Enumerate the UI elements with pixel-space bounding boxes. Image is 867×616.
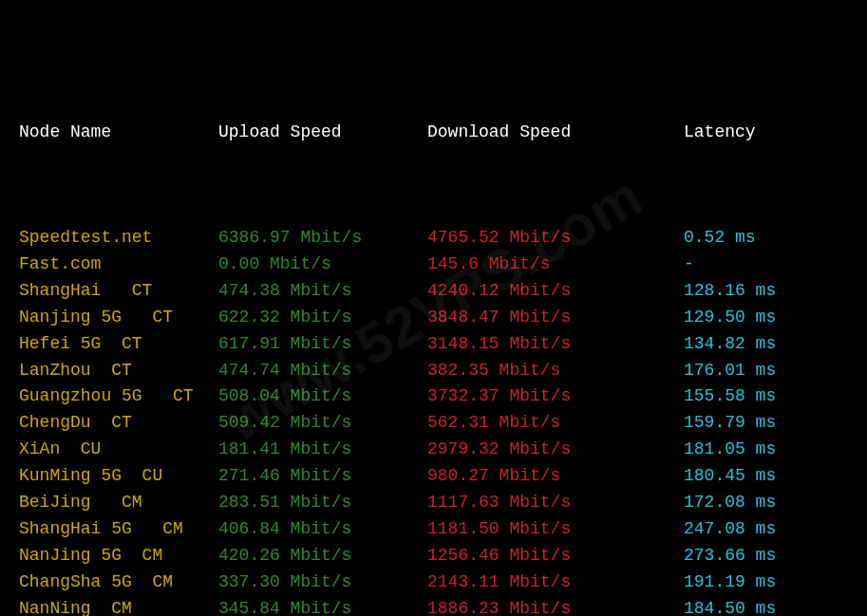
cell-node: ChangSha 5G CM bbox=[19, 569, 218, 596]
table-row: BeiJing CM283.51 Mbit/s1117.63 Mbit/s172… bbox=[19, 490, 848, 516]
cell-download: 3848.47 Mbit/s bbox=[427, 305, 684, 331]
cell-download: 2979.32 Mbit/s bbox=[427, 437, 684, 463]
table-row: Speedtest.net6386.97 Mbit/s4765.52 Mbit/… bbox=[19, 225, 848, 252]
cell-download: 2143.11 Mbit/s bbox=[427, 569, 684, 596]
table-row: XiAn CU181.41 Mbit/s2979.32 Mbit/s181.05… bbox=[19, 437, 848, 463]
cell-upload: 622.32 Mbit/s bbox=[218, 305, 427, 331]
cell-upload: 345.84 Mbit/s bbox=[218, 596, 427, 616]
cell-latency: 129.50 ms bbox=[684, 305, 836, 331]
header-latency: Latency bbox=[684, 120, 836, 146]
cell-upload: 6386.97 Mbit/s bbox=[218, 225, 427, 252]
cell-node: BeiJing CM bbox=[19, 490, 218, 516]
cell-latency: 191.19 ms bbox=[684, 569, 836, 596]
table-row: KunMing 5G CU271.46 Mbit/s980.27 Mbit/s1… bbox=[19, 463, 848, 490]
cell-latency: 0.52 ms bbox=[684, 225, 836, 252]
cell-node: ShangHai CT bbox=[19, 278, 218, 305]
cell-latency: 180.45 ms bbox=[684, 463, 836, 490]
cell-download: 145.6 Mbit/s bbox=[427, 252, 684, 278]
cell-download: 1181.50 Mbit/s bbox=[427, 516, 684, 543]
cell-download: 562.31 Mbit/s bbox=[427, 410, 684, 437]
cell-upload: 509.42 Mbit/s bbox=[218, 410, 427, 437]
cell-upload: 181.41 Mbit/s bbox=[218, 437, 427, 463]
cell-node: ChengDu CT bbox=[19, 410, 218, 437]
table-row: NanNing CM345.84 Mbit/s1886.23 Mbit/s184… bbox=[19, 596, 848, 616]
cell-node: LanZhou CT bbox=[19, 358, 218, 384]
table-row: Fast.com0.00 Mbit/s145.6 Mbit/s- bbox=[19, 252, 848, 278]
cell-latency: 176.01 ms bbox=[684, 358, 836, 384]
cell-node: ShangHai 5G CM bbox=[19, 516, 218, 543]
cell-upload: 474.38 Mbit/s bbox=[218, 278, 427, 305]
header-download: Download Speed bbox=[427, 120, 684, 146]
cell-upload: 271.46 Mbit/s bbox=[218, 463, 427, 490]
terminal-output: www.52VPS.com Node Name Upload Speed Dow… bbox=[0, 0, 867, 616]
cell-download: 3148.15 Mbit/s bbox=[427, 331, 684, 358]
cell-download: 1117.63 Mbit/s bbox=[427, 490, 684, 516]
cell-node: Nanjing 5G CT bbox=[19, 305, 218, 331]
cell-download: 1886.23 Mbit/s bbox=[427, 596, 684, 616]
table-row: ChengDu CT509.42 Mbit/s562.31 Mbit/s159.… bbox=[19, 410, 848, 437]
cell-upload: 337.30 Mbit/s bbox=[218, 569, 427, 596]
cell-download: 3732.37 Mbit/s bbox=[427, 383, 684, 410]
cell-latency: 172.08 ms bbox=[684, 490, 836, 516]
cell-download: 1256.46 Mbit/s bbox=[427, 543, 684, 569]
cell-latency: 128.16 ms bbox=[684, 278, 836, 305]
cell-upload: 420.26 Mbit/s bbox=[218, 543, 427, 569]
cell-latency: 184.50 ms bbox=[684, 596, 836, 616]
table-row: Guangzhou 5G CT508.04 Mbit/s3732.37 Mbit… bbox=[19, 383, 848, 410]
header-upload: Upload Speed bbox=[218, 120, 427, 146]
cell-latency: 247.08 ms bbox=[684, 516, 836, 543]
cell-upload: 0.00 Mbit/s bbox=[218, 252, 427, 278]
cell-node: NanNing CM bbox=[19, 596, 218, 616]
cell-latency: 181.05 ms bbox=[684, 437, 836, 463]
cell-node: Hefei 5G CT bbox=[19, 331, 218, 358]
table-row: Hefei 5G CT617.91 Mbit/s3148.15 Mbit/s13… bbox=[19, 331, 848, 358]
table-row: LanZhou CT474.74 Mbit/s382.35 Mbit/s176.… bbox=[19, 358, 848, 384]
table-row: ShangHai CT474.38 Mbit/s4240.12 Mbit/s12… bbox=[19, 278, 848, 305]
cell-node: Guangzhou 5G CT bbox=[19, 383, 218, 410]
cell-latency: 134.82 ms bbox=[684, 331, 836, 358]
table-row: ChangSha 5G CM337.30 Mbit/s2143.11 Mbit/… bbox=[19, 569, 848, 596]
cell-upload: 617.91 Mbit/s bbox=[218, 331, 427, 358]
cell-node: Fast.com bbox=[19, 252, 218, 278]
cell-upload: 406.84 Mbit/s bbox=[218, 516, 427, 543]
cell-upload: 283.51 Mbit/s bbox=[218, 490, 427, 516]
cell-node: KunMing 5G CU bbox=[19, 463, 218, 490]
cell-latency: 273.66 ms bbox=[684, 543, 836, 569]
cell-latency: - bbox=[684, 252, 836, 278]
cell-node: XiAn CU bbox=[19, 437, 218, 463]
table-row: NanJing 5G CM420.26 Mbit/s1256.46 Mbit/s… bbox=[19, 543, 848, 569]
cell-node: Speedtest.net bbox=[19, 225, 218, 252]
cell-upload: 508.04 Mbit/s bbox=[218, 383, 427, 410]
cell-upload: 474.74 Mbit/s bbox=[218, 358, 427, 384]
table-row: Nanjing 5G CT622.32 Mbit/s3848.47 Mbit/s… bbox=[19, 305, 848, 331]
cell-download: 4765.52 Mbit/s bbox=[427, 225, 684, 252]
cell-download: 382.35 Mbit/s bbox=[427, 358, 684, 384]
table-header-row: Node Name Upload Speed Download Speed La… bbox=[19, 120, 848, 146]
cell-download: 980.27 Mbit/s bbox=[427, 463, 684, 490]
header-node: Node Name bbox=[19, 120, 218, 146]
cell-latency: 159.79 ms bbox=[684, 410, 836, 437]
cell-latency: 155.58 ms bbox=[684, 383, 836, 410]
cell-download: 4240.12 Mbit/s bbox=[427, 278, 684, 305]
cell-node: NanJing 5G CM bbox=[19, 543, 218, 569]
table-row: ShangHai 5G CM406.84 Mbit/s1181.50 Mbit/… bbox=[19, 516, 848, 543]
